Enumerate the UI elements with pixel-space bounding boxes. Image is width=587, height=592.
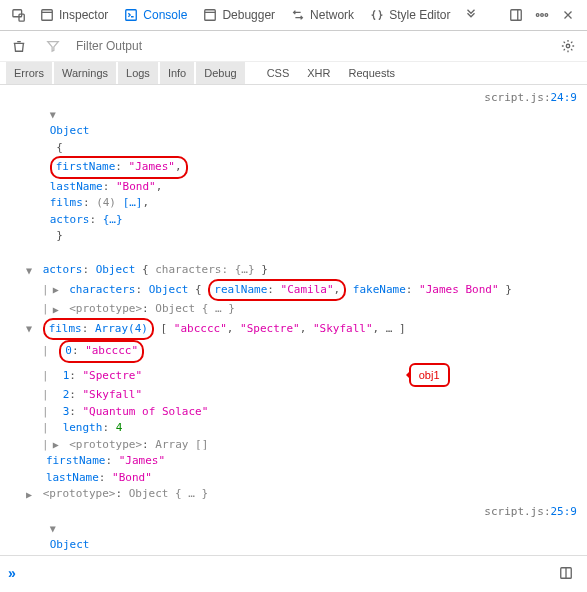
filter-xhr[interactable]: XHR [299,62,338,84]
tab-styleeditor[interactable]: Style Editor [362,4,458,26]
tab-network[interactable]: Network [283,4,362,26]
filter-errors[interactable]: Errors [6,62,52,84]
array-item-1: |1: "Spectre" obj1 [2,363,585,388]
more-tabs-chevron-icon[interactable] [458,4,484,26]
array-item-0: | 0: "abcccc" [2,340,585,363]
tab-debugger[interactable]: Debugger [195,4,283,26]
console-filter-tabs: Errors Warnings Logs Info Debug CSS XHR … [0,62,587,85]
filter-warnings[interactable]: Warnings [54,62,116,84]
object-label[interactable]: Object [50,538,90,551]
expand-arrow-icon[interactable]: ▼ [50,521,60,536]
object-prop-prototype: |▶ <prototype>: Array [] [2,437,585,454]
expand-arrow-icon[interactable]: ▶ [53,282,63,297]
more-options-icon[interactable] [529,4,555,26]
source-link[interactable]: script.js:25:9 [476,504,577,556]
filter-icon[interactable] [40,35,66,57]
expand-arrow-icon[interactable]: ▶ [53,437,63,452]
tab-debugger-label: Debugger [222,8,275,22]
tab-styleeditor-label: Style Editor [389,8,450,22]
expand-arrow-icon[interactable]: ▶ [26,487,36,502]
clear-console-icon[interactable] [6,35,32,57]
console-log-row: ▼ Object { firstName: "Camila", lastName… [2,503,585,556]
tab-console-label: Console [143,8,187,22]
filter-debug[interactable]: Debug [196,62,244,84]
highlight-item0: 0: "abcccc" [59,340,144,363]
object-prop-characters: |▶ characters: Object { realName: "Camil… [2,279,585,302]
expand-arrow-icon[interactable]: ▶ [53,302,63,317]
console-input[interactable] [22,567,553,580]
annotation-obj1: obj1 [409,363,450,388]
filter-info[interactable]: Info [160,62,194,84]
highlight-firstName: firstName: "James", [50,156,188,179]
split-console-icon[interactable] [553,562,579,584]
svg-rect-2 [42,10,53,21]
object-prop-firstName: firstName: "James" [2,453,585,470]
highlight-realName: realName: "Camila", [208,279,346,302]
array-length: |length: 4 [2,420,585,437]
filter-css[interactable]: CSS [259,62,298,84]
object-prop-films: ▼ films: Array(4) [ "abcccc", "Spectre",… [2,318,585,341]
responsive-design-icon[interactable] [6,4,32,26]
console-output: ▼ Object { firstName: "James", lastName:… [0,85,587,555]
svg-point-8 [545,14,548,17]
object-prop-lastName: lastName: "Bond" [2,470,585,487]
expand-arrow-icon[interactable]: ▼ [50,107,60,122]
object-label[interactable]: Object [50,124,90,137]
source-link[interactable]: script.js:24:9 [476,90,577,261]
expand-arrow-icon[interactable]: ▼ [26,263,36,278]
highlight-films: films: Array(4) [43,318,154,341]
prompt-chevron-icon: » [8,565,16,581]
filter-input[interactable] [74,37,547,55]
filter-requests[interactable]: Requests [341,62,403,84]
tab-inspector[interactable]: Inspector [32,4,116,26]
array-item-3: |3: "Quantum of Solace" [2,404,585,421]
console-prompt: » [0,555,587,590]
svg-point-9 [566,44,570,48]
svg-rect-5 [511,10,522,21]
object-prop-actors: ▼ actors: Object { characters: {…} } [2,262,585,279]
expand-arrow-icon[interactable]: ▼ [26,321,36,336]
console-log-row: ▼ Object { firstName: "James", lastName:… [2,89,585,262]
close-devtools-icon[interactable] [555,4,581,26]
console-filter-row [0,31,587,62]
svg-point-6 [536,14,539,17]
filter-logs[interactable]: Logs [118,62,158,84]
devtools-tabbar: Inspector Console Debugger Network Style… [0,0,587,31]
array-item-2: |2: "Skyfall" [2,387,585,404]
svg-rect-0 [13,10,22,17]
svg-point-7 [541,14,544,17]
dock-side-icon[interactable] [503,4,529,26]
tab-network-label: Network [310,8,354,22]
tab-inspector-label: Inspector [59,8,108,22]
object-prop-prototype: ▶ <prototype>: Object { … } [2,486,585,503]
tab-console[interactable]: Console [116,4,195,26]
object-prop-prototype: |▶ <prototype>: Object { … } [2,301,585,318]
settings-gear-icon[interactable] [555,35,581,57]
svg-rect-4 [205,10,216,21]
